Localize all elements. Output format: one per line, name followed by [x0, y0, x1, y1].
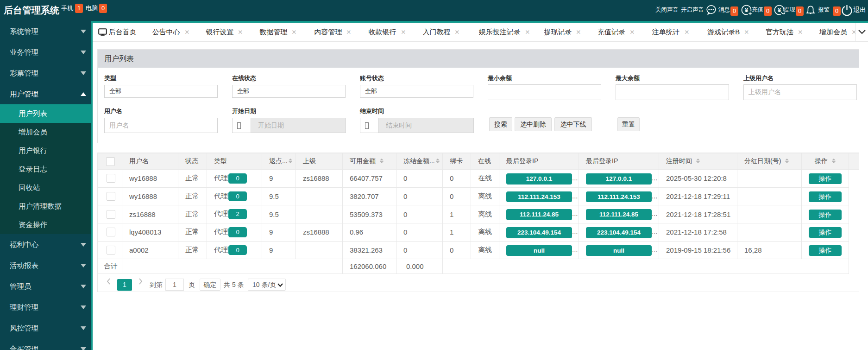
svg-text:¥: ¥	[745, 6, 748, 13]
